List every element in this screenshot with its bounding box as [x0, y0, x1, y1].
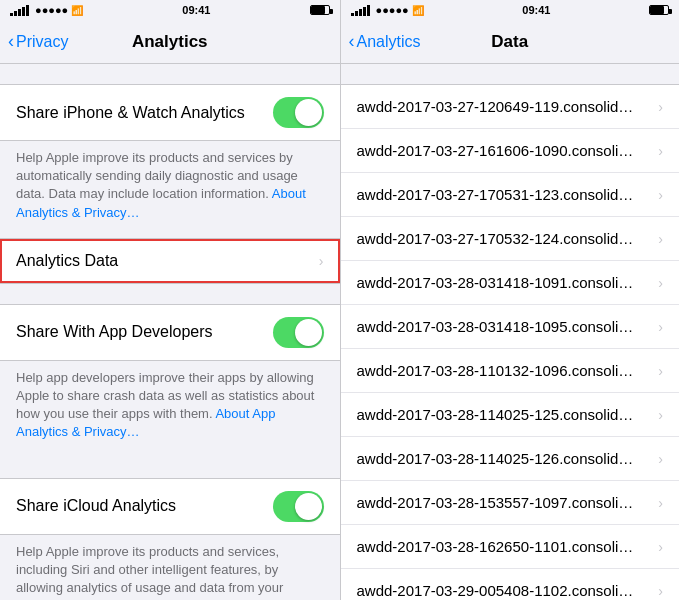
nav-title-right: Data	[491, 32, 528, 52]
carrier: ●●●●●	[35, 4, 68, 16]
share-app-dev-section: Share With App Developers	[0, 304, 340, 361]
file-chevron: ›	[658, 363, 663, 379]
analytics-privacy-link[interactable]: About Analytics & Privacy…	[16, 186, 306, 219]
share-icloud-description: Help Apple improve its products and serv…	[0, 535, 340, 601]
battery-icon-right	[649, 5, 669, 15]
time-right: 09:41	[522, 4, 550, 16]
share-icloud-section: Share iCloud Analytics	[0, 478, 340, 535]
analytics-data-section: Analytics Data ›	[0, 238, 340, 284]
wifi-icon-right: 📶	[412, 5, 424, 16]
carrier-right: ●●●●●	[376, 4, 409, 16]
nav-title-left: Analytics	[132, 32, 208, 52]
file-chevron: ›	[658, 407, 663, 423]
right-panel: ●●●●● 📶 09:41 ‹ Analytics Data awdd-2017…	[340, 0, 680, 600]
file-chevron: ›	[658, 539, 663, 555]
data-file-row[interactable]: awdd-2017-03-28-153557-1097.consoli… ›	[341, 481, 680, 525]
file-chevron: ›	[658, 583, 663, 599]
data-file-row[interactable]: awdd-2017-03-28-110132-1096.consoli… ›	[341, 349, 680, 393]
data-file-row[interactable]: awdd-2017-03-27-161606-1090.consoli… ›	[341, 129, 680, 173]
status-left: ●●●●● 📶	[10, 4, 83, 16]
toggle-knob-3	[295, 493, 322, 520]
back-button-right[interactable]: ‹ Analytics	[349, 31, 421, 52]
status-right	[310, 5, 330, 15]
nav-bar-left: ‹ Privacy Analytics	[0, 20, 340, 64]
data-filename: awdd-2017-03-29-005408-1102.consoli…	[357, 582, 659, 599]
share-app-dev-row[interactable]: Share With App Developers	[0, 305, 340, 360]
share-analytics-toggle[interactable]	[273, 97, 324, 128]
share-analytics-right	[273, 97, 324, 128]
time-left: 09:41	[182, 4, 210, 16]
wifi-icon: 📶	[71, 5, 83, 16]
data-file-row[interactable]: awdd-2017-03-27-170531-123.consolid… ›	[341, 173, 680, 217]
status-bar-left: ●●●●● 📶 09:41	[0, 0, 340, 20]
data-file-row[interactable]: awdd-2017-03-28-162650-1101.consoli… ›	[341, 525, 680, 569]
data-filename: awdd-2017-03-28-162650-1101.consoli…	[357, 538, 659, 555]
data-file-row[interactable]: awdd-2017-03-27-170532-124.consolid… ›	[341, 217, 680, 261]
share-analytics-label: Share iPhone & Watch Analytics	[16, 104, 245, 122]
file-chevron: ›	[658, 143, 663, 159]
data-file-row[interactable]: awdd-2017-03-28-114025-126.consolid… ›	[341, 437, 680, 481]
data-filename: awdd-2017-03-27-161606-1090.consoli…	[357, 142, 659, 159]
battery-icon	[310, 5, 330, 15]
share-icloud-row[interactable]: Share iCloud Analytics	[0, 479, 340, 534]
data-filename: awdd-2017-03-28-114025-125.consolid…	[357, 406, 659, 423]
data-filename: awdd-2017-03-28-153557-1097.consoli…	[357, 494, 659, 511]
back-button-left[interactable]: ‹ Privacy	[8, 31, 68, 52]
data-filename: awdd-2017-03-28-114025-126.consolid…	[357, 450, 659, 467]
data-filename: awdd-2017-03-28-110132-1096.consoli…	[357, 362, 659, 379]
data-file-row[interactable]: awdd-2017-03-28-031418-1095.consoli… ›	[341, 305, 680, 349]
toggle-knob	[295, 99, 322, 126]
share-analytics-section: Share iPhone & Watch Analytics	[0, 84, 340, 141]
data-filename: awdd-2017-03-27-170531-123.consolid…	[357, 186, 659, 203]
data-file-row[interactable]: awdd-2017-03-28-031418-1091.consoli… ›	[341, 261, 680, 305]
share-analytics-description: Help Apple improve its products and serv…	[0, 141, 340, 238]
nav-bar-right: ‹ Analytics Data	[341, 20, 680, 64]
share-app-dev-label: Share With App Developers	[16, 323, 213, 341]
share-icloud-right	[273, 491, 324, 522]
file-chevron: ›	[658, 319, 663, 335]
back-label-right: Analytics	[357, 33, 421, 51]
status-right-left: ●●●●● 📶	[351, 4, 424, 16]
back-chevron-left: ‹	[8, 31, 14, 52]
back-chevron-right: ‹	[349, 31, 355, 52]
data-file-row[interactable]: awdd-2017-03-29-005408-1102.consoli… ›	[341, 569, 680, 600]
signal-bars-right	[351, 5, 370, 16]
status-bar-right: ●●●●● 📶 09:41	[341, 0, 680, 20]
data-filename: awdd-2017-03-27-170532-124.consolid…	[357, 230, 659, 247]
data-filename: awdd-2017-03-28-031418-1095.consoli…	[357, 318, 659, 335]
file-chevron: ›	[658, 451, 663, 467]
back-label-left: Privacy	[16, 33, 68, 51]
left-content: Share iPhone & Watch Analytics Help Appl…	[0, 64, 340, 600]
data-file-row[interactable]: awdd-2017-03-28-114025-125.consolid… ›	[341, 393, 680, 437]
data-file-list: awdd-2017-03-27-120649-119.consolid… › a…	[341, 84, 680, 600]
analytics-data-chevron: ›	[319, 253, 324, 269]
share-icloud-toggle[interactable]	[273, 491, 324, 522]
share-app-dev-description: Help app developers improve their apps b…	[0, 361, 340, 458]
share-icloud-label: Share iCloud Analytics	[16, 497, 176, 515]
data-filename: awdd-2017-03-28-031418-1091.consoli…	[357, 274, 659, 291]
analytics-data-row[interactable]: Analytics Data ›	[0, 239, 340, 283]
app-analytics-link[interactable]: About App Analytics & Privacy…	[16, 406, 275, 439]
status-right-right	[649, 5, 669, 15]
right-content: awdd-2017-03-27-120649-119.consolid… › a…	[341, 64, 680, 600]
file-chevron: ›	[658, 231, 663, 247]
share-app-dev-right	[273, 317, 324, 348]
analytics-data-label: Analytics Data	[16, 252, 118, 270]
toggle-knob-2	[295, 319, 322, 346]
file-chevron: ›	[658, 187, 663, 203]
share-app-dev-toggle[interactable]	[273, 317, 324, 348]
data-filename: awdd-2017-03-27-120649-119.consolid…	[357, 98, 659, 115]
share-analytics-row[interactable]: Share iPhone & Watch Analytics	[0, 85, 340, 140]
signal-bars	[10, 5, 29, 16]
data-file-row[interactable]: awdd-2017-03-27-120649-119.consolid… ›	[341, 85, 680, 129]
file-chevron: ›	[658, 99, 663, 115]
file-chevron: ›	[658, 495, 663, 511]
file-chevron: ›	[658, 275, 663, 291]
left-panel: ●●●●● 📶 09:41 ‹ Privacy Analytics Share …	[0, 0, 340, 600]
